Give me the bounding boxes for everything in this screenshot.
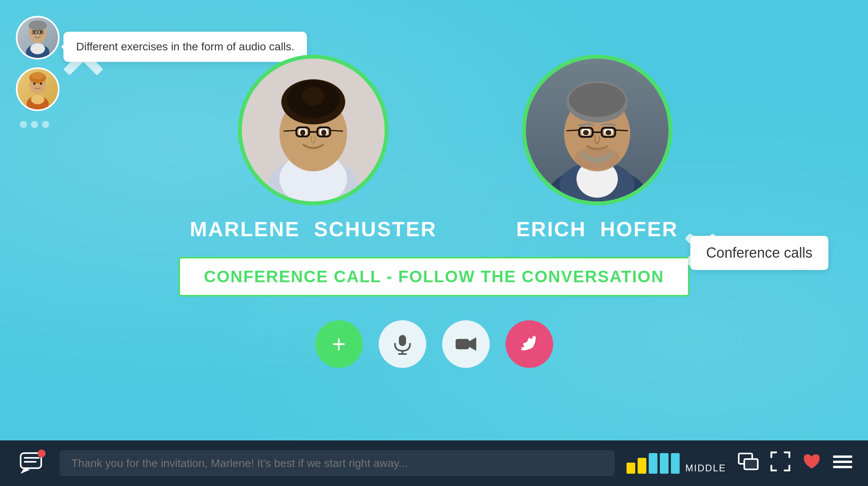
svg-line-32 [330, 130, 343, 131]
svg-point-45 [583, 130, 589, 135]
conference-tooltip-text: Conference calls [706, 245, 812, 261]
caller-left: MARLENE SCHUSTER [190, 55, 437, 241]
svg-rect-64 [744, 459, 758, 469]
level-label: MIDDLE [685, 463, 726, 474]
notification-dot [38, 450, 46, 457]
svg-line-51 [615, 130, 628, 131]
caller-avatar-right [522, 55, 673, 205]
caller-last-name-left: SCHUSTER [314, 218, 437, 241]
hamburger-icon [833, 454, 852, 469]
svg-point-46 [605, 130, 611, 135]
svg-point-41 [569, 83, 625, 117]
callers-row: MARLENE SCHUSTER [190, 55, 678, 241]
level-bar-2 [638, 458, 646, 474]
level-bar-5 [671, 453, 680, 474]
fullscreen-icon [770, 452, 790, 471]
svg-rect-52 [399, 335, 406, 346]
caller-first-name-left: MARLENE [190, 218, 300, 241]
chat-input[interactable] [59, 450, 615, 476]
duplicate-icon [738, 453, 759, 470]
level-bar-3 [649, 453, 657, 474]
svg-marker-56 [469, 337, 476, 351]
bottom-right-controls: MIDDLE [627, 452, 852, 475]
hangup-icon [517, 335, 541, 353]
caller-right: ERICH HOFER [516, 55, 678, 241]
svg-point-27 [321, 130, 326, 136]
menu-icon[interactable] [833, 453, 852, 473]
caller-avatar-left [238, 55, 389, 205]
hangup-button[interactable] [506, 320, 553, 368]
svg-point-23 [302, 87, 325, 105]
main-content: MARLENE SCHUSTER [0, 0, 868, 438]
svg-line-50 [566, 130, 579, 131]
camera-button[interactable] [442, 320, 490, 368]
caller-first-name-right: ERICH [516, 218, 586, 241]
caller-name-right: ERICH HOFER [516, 217, 678, 241]
caller-last-name-right: HOFER [600, 218, 678, 241]
conference-banner: CONFERENCE CALL - FOLLOW THE CONVERSATIO… [178, 257, 690, 297]
duplicate-screen-icon[interactable] [738, 453, 759, 474]
microphone-button[interactable] [379, 320, 426, 368]
level-bar-1 [627, 463, 635, 474]
svg-point-26 [300, 130, 305, 136]
level-indicator: MIDDLE [627, 453, 726, 474]
plus-icon: + [332, 332, 346, 356]
camera-icon [455, 336, 477, 352]
chat-icon-button[interactable] [16, 448, 48, 479]
conference-tooltip: Conference calls [690, 236, 828, 270]
caller-name-left: MARLENE SCHUSTER [190, 217, 437, 241]
bottom-bar: MIDDLE [0, 440, 868, 486]
heart-icon[interactable] [802, 453, 821, 474]
svg-line-31 [284, 130, 296, 131]
level-bar-4 [660, 453, 669, 474]
svg-marker-62 [21, 468, 30, 474]
svg-rect-55 [456, 339, 469, 349]
heart-icon-svg [802, 453, 821, 470]
conference-banner-text: CONFERENCE CALL - FOLLOW THE CONVERSATIO… [204, 267, 664, 286]
microphone-icon [392, 333, 413, 355]
expand-icon[interactable] [770, 452, 790, 475]
call-controls: + [315, 320, 553, 368]
add-button[interactable]: + [315, 320, 363, 368]
